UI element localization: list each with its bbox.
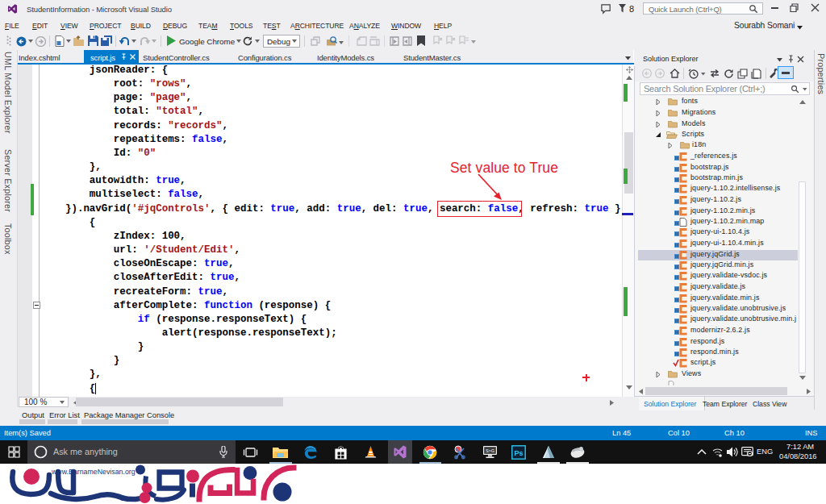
svg-text:www.BarnameNevisan.org: www.BarnameNevisan.org: [51, 468, 136, 476]
svg-text:Ps: Ps: [514, 449, 523, 457]
svg-text:S>G: S>G: [486, 448, 494, 453]
